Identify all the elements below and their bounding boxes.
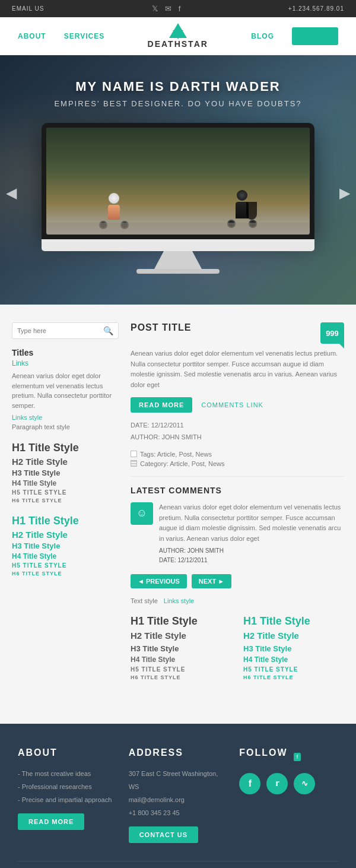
post-category: Category: Article, Post, News xyxy=(131,460,344,467)
footer-address-title: ADDRESS xyxy=(129,747,228,758)
read-more-button[interactable]: READ MORE xyxy=(131,397,192,413)
sidebar-h2: H2 Title Style xyxy=(12,455,119,468)
col2-h1: H1 Title Style xyxy=(243,613,344,629)
post-title: POST TITLE xyxy=(131,322,191,333)
col1-h2: H2 Title Style xyxy=(131,629,231,643)
col2-h2: H2 Title Style xyxy=(243,629,344,643)
nav-left: ABOUT SERVICES xyxy=(18,32,104,40)
nav-shop[interactable]: SHOP xyxy=(292,27,338,45)
footer-contact-button[interactable]: CONTACT US xyxy=(129,826,198,843)
links-style-link[interactable]: Links style xyxy=(12,414,119,421)
main-content: POST TITLE 999 Aenean varius dolor eget … xyxy=(131,322,344,682)
post-body: Aenean varius dolor eget dolor elementum… xyxy=(131,349,344,390)
comment-text-wrap: Aenean varius dolor eget dolor elementum… xyxy=(159,502,344,565)
category-text: Category: Article, Post, News xyxy=(140,460,224,467)
twitter-icon-top[interactable]: 𝕏 xyxy=(152,4,158,13)
comment-item: ☺ Aenean varius dolor eget dolor element… xyxy=(131,502,344,565)
col2-h6: H6 TITLE STYLE xyxy=(243,674,344,682)
footer-about-item-3: - Precise and impartial approach xyxy=(18,793,117,806)
comments-link[interactable]: COMMENTS LINK xyxy=(201,401,263,408)
next-button[interactable]: NEXT ► xyxy=(192,574,231,588)
nav-services[interactable]: SERVICES xyxy=(64,32,104,40)
sidebar-h1: H1 Title Style xyxy=(12,441,119,455)
prev-button[interactable]: ◄ PREVIOUS xyxy=(131,574,187,588)
col2-h5: H5 TITLE STYLE xyxy=(243,665,344,674)
hero-prev-arrow[interactable]: ◀ xyxy=(6,185,17,201)
footer-grid: ABOUT - The most creative ideas - Profes… xyxy=(18,747,338,843)
diamond-icon xyxy=(169,23,187,38)
col2-h4: H4 Title Style xyxy=(243,654,344,665)
brand-name: DEATHSTAR xyxy=(148,39,208,49)
post-actions: READ MORE COMMENTS LINK xyxy=(131,397,344,413)
sidebar-h6: H6 TITLE STYLE xyxy=(12,497,119,505)
avatar-icon: ☺ xyxy=(136,507,147,519)
post-tags: Tags: Article, Post, News xyxy=(131,451,344,458)
sidebar: 🔍 Titles Links Aenean varius dolor eget … xyxy=(12,322,119,682)
hero-heading: MY NAME IS DARTH WADER xyxy=(12,79,344,94)
sidebar-teal-h3: H3 Title Style xyxy=(12,541,119,552)
pagination: ◄ PREVIOUS NEXT ► xyxy=(131,574,344,588)
hero-section: ◀ ▶ MY NAME IS DARTH WADER EMPIRES' BEST… xyxy=(0,55,356,305)
col1-h5: H5 TITLE STYLE xyxy=(131,665,231,674)
post-date: DATE: 12/12/2011 xyxy=(131,420,344,432)
email-label: EMAIL US xyxy=(12,5,44,12)
sidebar-h4: H4 Title Style xyxy=(12,479,119,489)
footer-about-title: ABOUT xyxy=(18,747,117,758)
search-input[interactable] xyxy=(17,327,103,334)
sidebar-headings-teal: H1 Title Style H2 Title Style H3 Title S… xyxy=(12,514,119,578)
sidebar-body-text: Aenean varius dolor eget dolor elementum… xyxy=(12,371,119,410)
hero-subheading: EMPIRES' BEST DESIGNER. DO YOU HAVE DOUB… xyxy=(12,99,344,108)
checkbox-icon xyxy=(131,451,137,457)
text-style-label: Text style xyxy=(131,597,158,604)
nav-about[interactable]: ABOUT xyxy=(18,32,46,40)
footer-address: ADDRESS 307 East C Street Washington, WS… xyxy=(129,747,228,843)
footer-about-item-2: - Professional researches xyxy=(18,780,117,793)
follow-f-badge: f xyxy=(294,753,301,761)
footer-address-street: 307 East C Street Washington, WS xyxy=(129,767,228,793)
monitor-frame xyxy=(42,123,314,239)
footer-about: ABOUT - The most creative ideas - Profes… xyxy=(18,747,117,843)
facebook-icon-top[interactable]: f xyxy=(179,4,181,13)
divider-1 xyxy=(131,476,344,477)
links-link[interactable]: Links xyxy=(12,359,119,368)
links-style-label[interactable]: Links style xyxy=(164,597,194,604)
typo-col-2: H1 Title Style H2 Title Style H3 Title S… xyxy=(243,613,344,682)
sidebar-teal-h4: H4 Title Style xyxy=(12,552,119,562)
monitor-stand xyxy=(154,251,202,269)
columns-row: H1 Title Style H2 Title Style H3 Title S… xyxy=(131,613,344,682)
sidebar-headings-dark: H1 Title Style H2 Title Style H3 Title S… xyxy=(12,441,119,505)
monitor-chin xyxy=(42,239,314,251)
nav-blog[interactable]: BLOG xyxy=(251,32,274,40)
post-header: POST TITLE 999 xyxy=(131,322,344,344)
spacer xyxy=(0,700,356,724)
list-icon xyxy=(131,460,137,467)
col1-h6: H6 TITLE STYLE xyxy=(131,674,231,682)
comment-avatar: ☺ xyxy=(131,502,153,525)
footer-read-more-button[interactable]: READ MORE xyxy=(18,813,84,830)
monitor-screen xyxy=(46,128,310,235)
social-icons-top: 𝕏 ✉ f xyxy=(152,4,181,13)
twitter-icon-footer[interactable]: 𝕣 xyxy=(266,773,288,794)
screen-content xyxy=(46,128,310,235)
footer-about-item-1: - The most creative ideas xyxy=(18,767,117,780)
col1-h1: H1 Title Style xyxy=(131,613,231,629)
sidebar-h3: H3 Title Style xyxy=(12,468,119,479)
footer-about-list: - The most creative ideas - Professional… xyxy=(18,767,117,806)
facebook-icon-footer[interactable]: f xyxy=(239,773,260,794)
monitor-display xyxy=(12,123,344,274)
paragraph-style-text: Paragraph text style xyxy=(12,423,70,430)
post-meta: DATE: 12/12/2011 AUTHOR: JOHN SMITH xyxy=(131,420,344,443)
sidebar-teal-h2: H2 Title Style xyxy=(12,528,119,541)
rss-icon-footer[interactable]: ∿ xyxy=(294,773,315,794)
footer-follow-title: FOLLOW xyxy=(239,747,287,758)
search-icon[interactable]: 🔍 xyxy=(103,326,113,335)
footer-address-phone: +1 800 345 23 45 xyxy=(129,806,228,819)
logo[interactable]: DEATHSTAR xyxy=(148,23,208,49)
hero-next-arrow[interactable]: ▶ xyxy=(339,185,350,201)
main-nav: ABOUT SERVICES DEATHSTAR BLOG SHOP xyxy=(0,17,356,55)
sidebar-titles-section: Titles Links Aenean varius dolor eget do… xyxy=(12,348,119,432)
footer-address-email: mail@demolink.org xyxy=(129,793,228,806)
social-icons-footer: f 𝕣 ∿ xyxy=(239,773,338,794)
mail-icon-top[interactable]: ✉ xyxy=(165,4,171,13)
col2-h3: H3 Title Style xyxy=(243,643,344,655)
